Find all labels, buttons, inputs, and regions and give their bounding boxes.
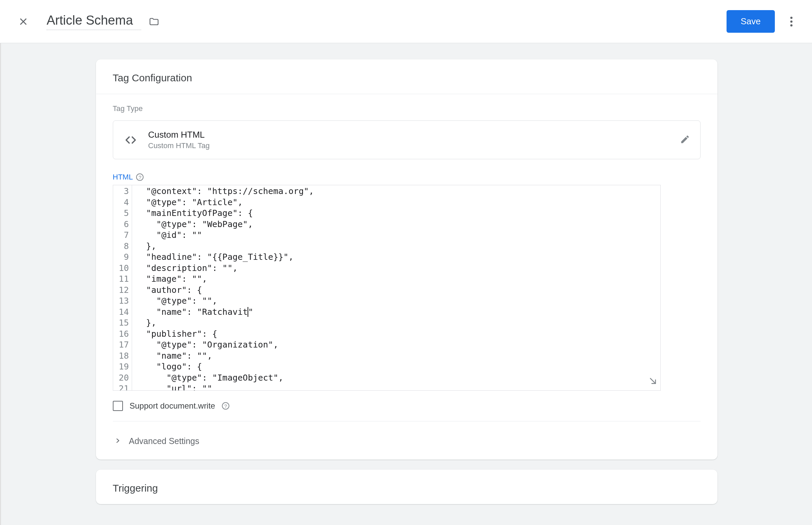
tag-type-row[interactable]: Custom HTML Custom HTML Tag <box>113 120 700 159</box>
svg-point-4 <box>791 24 793 27</box>
svg-point-2 <box>791 16 793 19</box>
html-label-row: HTML ? <box>113 173 700 181</box>
html-code-editor[interactable]: 3456789101112131415161718192021 "@contex… <box>113 185 661 391</box>
advanced-settings-row[interactable]: Advanced Settings <box>113 424 700 460</box>
triggering-header: Triggering <box>96 470 717 504</box>
tag-type-title: Custom HTML <box>148 130 210 140</box>
topbar-right: Save <box>727 10 798 33</box>
tag-type-label: Tag Type <box>113 104 700 113</box>
code-brackets-icon <box>123 133 138 148</box>
app-root: Article Schema Save Tag Configuration Ta… <box>0 0 812 525</box>
code-gutter: 3456789101112131415161718192021 <box>113 185 132 390</box>
help-icon[interactable]: ? <box>222 402 229 410</box>
triggering-card: Triggering <box>96 470 717 504</box>
tag-config-header: Tag Configuration <box>96 59 717 94</box>
html-label: HTML <box>113 173 133 181</box>
svg-point-3 <box>791 20 793 22</box>
save-button[interactable]: Save <box>727 10 775 33</box>
content-area: Tag Configuration Tag Type Custom HTML C… <box>0 43 812 525</box>
more-vert-icon[interactable] <box>784 15 798 29</box>
tag-type-text: Custom HTML Custom HTML Tag <box>148 130 210 150</box>
tag-config-card: Tag Configuration Tag Type Custom HTML C… <box>96 59 717 460</box>
advanced-settings-label: Advanced Settings <box>129 436 199 446</box>
resize-handle-icon[interactable] <box>648 376 657 388</box>
topbar: Article Schema Save <box>0 0 812 43</box>
title-wrap: Article Schema <box>47 13 160 30</box>
close-icon[interactable] <box>16 15 30 29</box>
support-docwrite-row: Support document.write ? <box>113 401 700 421</box>
chevron-right-icon <box>115 438 121 445</box>
tag-config-body: Tag Type Custom HTML Custom HTML Tag <box>96 94 717 460</box>
pencil-icon[interactable] <box>680 134 690 146</box>
code-lines[interactable]: "@context": "https://schema.org", "@type… <box>132 185 660 390</box>
tag-name-input[interactable]: Article Schema <box>47 13 141 30</box>
tag-type-subtitle: Custom HTML Tag <box>148 141 210 150</box>
support-docwrite-checkbox[interactable] <box>113 401 123 411</box>
svg-line-5 <box>650 378 655 383</box>
help-icon[interactable]: ? <box>136 174 144 181</box>
support-docwrite-label: Support document.write <box>130 401 215 410</box>
folder-icon[interactable] <box>148 16 160 28</box>
